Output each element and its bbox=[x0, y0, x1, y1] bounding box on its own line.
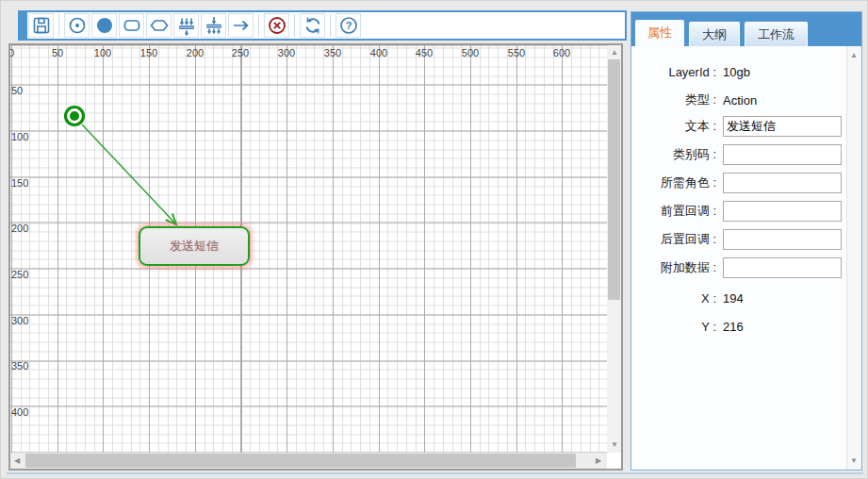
vertical-scroll-thumb[interactable] bbox=[608, 59, 620, 300]
horizontal-scroll-thumb[interactable] bbox=[25, 454, 576, 468]
toolbar: ? bbox=[18, 10, 627, 41]
pre-callback-field[interactable] bbox=[723, 201, 842, 222]
required-role-label: 所需角色 : bbox=[631, 174, 716, 191]
task-node-button[interactable] bbox=[119, 13, 144, 38]
property-row-required-role: 所需角色 : bbox=[631, 173, 847, 193]
connector-layer bbox=[10, 45, 607, 453]
property-row-pre-callback: 前置回调 : bbox=[631, 201, 847, 222]
property-row-type: 类型 : Action bbox=[631, 90, 847, 110]
property-row-category-code: 类别码 : bbox=[631, 144, 847, 165]
panel-tab-bar: 属性 大纲 工作流 bbox=[631, 12, 861, 46]
y-label: Y : bbox=[631, 320, 716, 334]
category-code-label: 类别码 : bbox=[631, 146, 716, 163]
canvas-frame: 0 50 100 150 200 250 300 350 400 450 500… bbox=[8, 43, 623, 471]
canvas-vertical-scrollbar[interactable]: ▲ ▼ bbox=[607, 45, 621, 453]
layerid-label: LayerId : bbox=[631, 65, 716, 79]
x-value: 194 bbox=[723, 291, 744, 306]
property-row-post-callback: 后置回调 : bbox=[631, 229, 847, 250]
delete-button[interactable] bbox=[264, 13, 289, 38]
property-row-layerid: LayerId : 10gb bbox=[631, 61, 847, 82]
decision-node-button[interactable] bbox=[146, 13, 172, 38]
refresh-icon bbox=[303, 15, 323, 36]
property-row-text: 文本 : bbox=[631, 116, 847, 137]
pre-callback-label: 前置回调 : bbox=[631, 203, 716, 220]
help-icon: ? bbox=[338, 15, 359, 36]
post-callback-field[interactable] bbox=[723, 229, 842, 250]
scroll-left-icon[interactable]: ◀ bbox=[14, 457, 20, 465]
canvas-horizontal-scrollbar[interactable]: ◀ ▶ bbox=[10, 453, 607, 469]
transition-connector[interactable] bbox=[82, 124, 176, 224]
category-code-field[interactable] bbox=[723, 144, 842, 165]
type-value: Action bbox=[723, 93, 757, 107]
join-button[interactable] bbox=[201, 13, 226, 38]
property-row-extra-data: 附加数据 : bbox=[631, 257, 847, 278]
toolbar-separator bbox=[258, 14, 259, 37]
task-node-icon bbox=[122, 15, 142, 36]
properties-form: LayerId : 10gb 类型 : Action 文本 : 类别码 : 所需… bbox=[631, 46, 847, 470]
delete-icon bbox=[267, 15, 287, 36]
panel-scroll-up-icon[interactable]: ▲ bbox=[850, 52, 858, 59]
text-field[interactable] bbox=[723, 116, 842, 137]
extra-data-label: 附加数据 : bbox=[631, 259, 716, 276]
save-button[interactable] bbox=[28, 13, 54, 38]
required-role-field[interactable] bbox=[723, 173, 842, 193]
toolbar-separator bbox=[294, 14, 295, 37]
window-bottom-border bbox=[7, 472, 863, 474]
fork-icon bbox=[176, 15, 197, 36]
start-node-icon bbox=[67, 15, 88, 36]
start-node-button[interactable] bbox=[64, 13, 90, 38]
properties-panel: 属性 大纲 工作流 LayerId : 10gb 类型 : Action 文本 … bbox=[631, 11, 862, 471]
fork-button[interactable] bbox=[173, 13, 199, 38]
y-value: 216 bbox=[723, 320, 744, 334]
scroll-down-icon[interactable]: ▼ bbox=[611, 441, 618, 449]
end-node-icon bbox=[94, 15, 115, 36]
svg-text:?: ? bbox=[345, 20, 352, 31]
tab-properties[interactable]: 属性 bbox=[635, 20, 684, 46]
scroll-right-icon[interactable]: ▶ bbox=[596, 457, 601, 465]
action-node[interactable]: 发送短信 bbox=[139, 226, 250, 266]
tab-outline[interactable]: 大纲 bbox=[689, 22, 740, 46]
start-node[interactable] bbox=[66, 107, 84, 125]
panel-scroll-down-icon[interactable]: ▼ bbox=[850, 457, 858, 465]
scroll-up-icon[interactable]: ▲ bbox=[611, 49, 618, 57]
transition-arrow-button[interactable] bbox=[228, 13, 254, 38]
tab-workflow[interactable]: 工作流 bbox=[745, 22, 808, 46]
type-label: 类型 : bbox=[631, 91, 716, 108]
post-callback-label: 后置回调 : bbox=[631, 231, 716, 248]
panel-scrollbar[interactable]: ▲ ▼ bbox=[846, 46, 861, 470]
workflow-designer-window: ? 0 50 100 150 200 250 300 350 400 450 5… bbox=[0, 0, 868, 479]
help-button[interactable]: ? bbox=[336, 13, 361, 38]
scrollbar-corner bbox=[607, 453, 621, 469]
extra-data-field[interactable] bbox=[723, 257, 842, 278]
diagram-canvas[interactable]: 0 50 100 150 200 250 300 350 400 450 500… bbox=[10, 45, 607, 453]
action-node-label: 发送短信 bbox=[170, 238, 219, 255]
text-label: 文本 : bbox=[631, 118, 716, 135]
end-node-button[interactable] bbox=[91, 13, 117, 38]
right-arrow-icon bbox=[231, 15, 252, 36]
layerid-value: 10gb bbox=[723, 65, 750, 79]
save-icon bbox=[31, 15, 52, 36]
refresh-button[interactable] bbox=[300, 13, 325, 38]
property-row-y: Y : 216 bbox=[631, 316, 847, 337]
toolbar-separator bbox=[330, 14, 331, 37]
hexagon-icon bbox=[149, 15, 170, 36]
toolbar-separator bbox=[58, 14, 59, 37]
x-label: X : bbox=[631, 291, 716, 306]
join-icon bbox=[204, 15, 224, 36]
property-row-x: X : 194 bbox=[631, 288, 847, 308]
